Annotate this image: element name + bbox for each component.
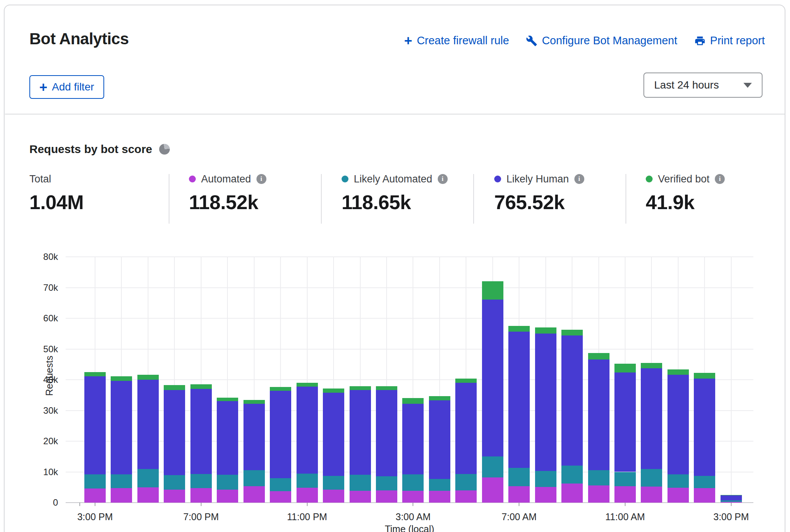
bar-segment-verified-bot[interactable]	[137, 375, 159, 380]
bar-segment-verified-bot[interactable]	[561, 330, 583, 335]
bar-segment-likely-human[interactable]	[270, 391, 291, 478]
bar-segment-automated[interactable]	[217, 490, 238, 503]
bar-segment-automated[interactable]	[482, 477, 503, 503]
bar-segment-likely-human[interactable]	[402, 404, 424, 474]
bar-segment-likely-automated[interactable]	[402, 474, 424, 491]
bar-segment-likely-automated[interactable]	[641, 469, 662, 487]
info-icon[interactable]: i	[256, 174, 266, 184]
bar-segment-likely-human[interactable]	[482, 300, 503, 456]
bar-segment-verified-bot[interactable]	[350, 386, 371, 390]
bar-segment-likely-automated[interactable]	[721, 500, 742, 502]
bar-segment-verified-bot[interactable]	[270, 387, 291, 391]
bar-segment-automated[interactable]	[694, 488, 715, 503]
bar-segment-verified-bot[interactable]	[614, 364, 636, 372]
bar-segment-verified-bot[interactable]	[84, 372, 106, 376]
bar-segment-likely-automated[interactable]	[243, 470, 265, 486]
bar-segment-verified-bot[interactable]	[429, 396, 450, 400]
bar-segment-automated[interactable]	[561, 484, 583, 503]
bar-segment-automated[interactable]	[667, 488, 689, 503]
bar-segment-verified-bot[interactable]	[323, 389, 344, 392]
bar-segment-likely-automated[interactable]	[84, 474, 106, 488]
bar-segment-verified-bot[interactable]	[217, 398, 238, 401]
create-firewall-rule-link[interactable]: + Create firewall rule	[404, 34, 509, 47]
print-report-link[interactable]: Print report	[694, 34, 765, 47]
bar-segment-likely-automated[interactable]	[508, 468, 530, 486]
bar-segment-verified-bot[interactable]	[455, 379, 477, 383]
bar-segment-likely-automated[interactable]	[614, 472, 636, 487]
bar-segment-likely-automated[interactable]	[561, 466, 583, 484]
bar-segment-automated[interactable]	[588, 485, 609, 503]
bar-segment-likely-automated[interactable]	[111, 474, 132, 488]
bar-segment-likely-automated[interactable]	[429, 479, 450, 491]
bar-segment-verified-bot[interactable]	[588, 353, 609, 360]
bar-segment-likely-human[interactable]	[561, 335, 583, 466]
info-icon[interactable]: i	[715, 174, 725, 184]
bar-segment-likely-human[interactable]	[111, 381, 132, 474]
bar-segment-likely-automated[interactable]	[137, 469, 159, 487]
bar-segment-likely-human[interactable]	[323, 393, 344, 476]
bar-segment-likely-human[interactable]	[455, 383, 477, 474]
time-range-select[interactable]: Last 24 hours	[643, 73, 763, 98]
bar-segment-likely-human[interactable]	[694, 379, 715, 476]
bar-segment-verified-bot[interactable]	[641, 363, 662, 368]
bar-segment-automated[interactable]	[508, 486, 530, 503]
bar-segment-automated[interactable]	[84, 488, 106, 503]
bar-segment-verified-bot[interactable]	[721, 495, 742, 495]
bar-segment-verified-bot[interactable]	[164, 385, 185, 390]
bar-segment-likely-automated[interactable]	[323, 476, 344, 490]
bar-segment-likely-human[interactable]	[350, 390, 371, 474]
bar-segment-verified-bot[interactable]	[297, 383, 318, 387]
bar-segment-verified-bot[interactable]	[376, 386, 397, 390]
bar-segment-automated[interactable]	[111, 488, 132, 503]
bar-segment-likely-automated[interactable]	[350, 475, 371, 491]
bar-segment-likely-automated[interactable]	[190, 474, 212, 488]
bar-segment-likely-automated[interactable]	[694, 476, 715, 488]
bar-segment-verified-bot[interactable]	[243, 400, 265, 404]
bar-segment-likely-automated[interactable]	[164, 475, 185, 490]
bar-segment-verified-bot[interactable]	[402, 398, 424, 403]
bar-segment-likely-human[interactable]	[190, 389, 212, 474]
bar-segment-likely-automated[interactable]	[455, 474, 477, 490]
bar-segment-likely-human[interactable]	[297, 387, 318, 474]
add-filter-button[interactable]: + Add filter	[29, 75, 104, 99]
bar-segment-likely-human[interactable]	[84, 376, 106, 474]
bar-segment-automated[interactable]	[376, 490, 397, 503]
bar-segment-likely-automated[interactable]	[297, 474, 318, 488]
bar-segment-likely-human[interactable]	[614, 372, 636, 472]
bar-segment-likely-automated[interactable]	[667, 474, 689, 488]
bar-segment-automated[interactable]	[137, 487, 159, 503]
bar-segment-verified-bot[interactable]	[667, 369, 689, 375]
bar-segment-automated[interactable]	[164, 490, 185, 503]
bar-segment-verified-bot[interactable]	[482, 281, 503, 299]
bar-segment-automated[interactable]	[243, 486, 265, 503]
bar-segment-automated[interactable]	[402, 491, 424, 503]
bar-segment-verified-bot[interactable]	[111, 376, 132, 381]
bar-segment-automated[interactable]	[297, 488, 318, 503]
bar-segment-likely-human[interactable]	[508, 332, 530, 468]
bar-segment-likely-human[interactable]	[641, 368, 662, 469]
bar-segment-likely-human[interactable]	[429, 400, 450, 479]
bar-segment-likely-automated[interactable]	[588, 470, 609, 485]
bar-segment-likely-automated[interactable]	[482, 456, 503, 477]
bar-segment-automated[interactable]	[190, 488, 212, 503]
bar-segment-likely-automated[interactable]	[270, 478, 291, 492]
bar-segment-likely-human[interactable]	[376, 390, 397, 476]
bar-segment-automated[interactable]	[641, 487, 662, 503]
info-icon[interactable]: i	[438, 174, 448, 184]
bar-segment-likely-automated[interactable]	[376, 476, 397, 490]
bar-segment-automated[interactable]	[429, 491, 450, 503]
bar-segment-likely-automated[interactable]	[535, 471, 556, 487]
bar-segment-verified-bot[interactable]	[190, 384, 212, 389]
bar-segment-likely-human[interactable]	[164, 390, 185, 475]
bar-segment-automated[interactable]	[455, 490, 477, 503]
configure-bot-management-link[interactable]: Configure Bot Management	[526, 34, 677, 47]
bar-segment-likely-human[interactable]	[535, 334, 556, 471]
bar-segment-automated[interactable]	[614, 486, 636, 503]
bar-segment-automated[interactable]	[350, 491, 371, 503]
bar-segment-likely-automated[interactable]	[217, 475, 238, 490]
bar-segment-automated[interactable]	[323, 490, 344, 503]
bar-segment-likely-human[interactable]	[721, 495, 742, 500]
bar-segment-likely-human[interactable]	[137, 380, 159, 469]
bar-segment-verified-bot[interactable]	[694, 373, 715, 378]
info-icon[interactable]: i	[574, 174, 584, 184]
